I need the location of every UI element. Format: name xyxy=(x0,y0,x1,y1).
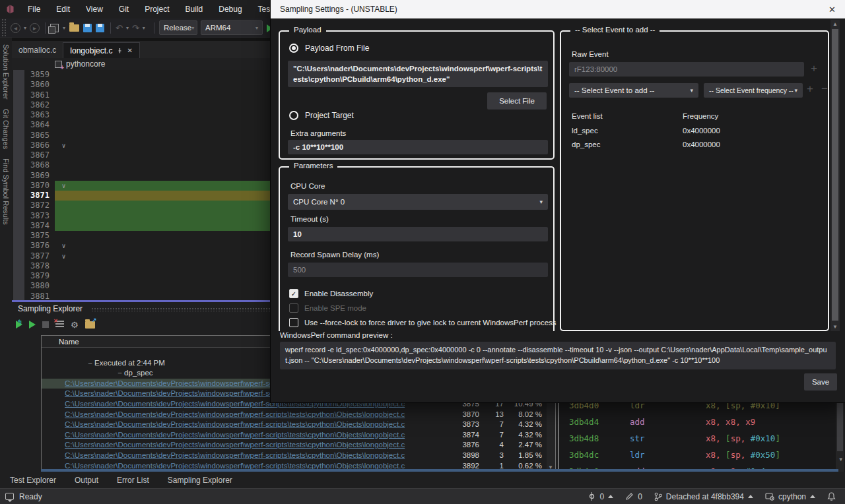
navigate-back-dropdown-icon[interactable]: ▾ xyxy=(24,25,26,31)
line-number[interactable]: 3866 xyxy=(12,141,55,150)
fold-chevron-icon[interactable] xyxy=(55,281,73,291)
clear-list-icon[interactable] xyxy=(55,321,64,329)
menu-item[interactable]: Build xyxy=(178,0,211,18)
bottom-panel-tab[interactable]: Sampling Explorer xyxy=(168,476,232,485)
line-number[interactable]: 3872 xyxy=(12,201,55,210)
open-folder-icon[interactable] xyxy=(69,24,79,32)
timeout-input[interactable]: 10 xyxy=(288,227,548,241)
cpu-core-dropdown[interactable]: CPU Core N° 0▾ xyxy=(288,194,548,210)
new-project-dropdown-icon[interactable]: ▾ xyxy=(63,25,65,31)
sample-row[interactable]: C:\Users\nader\Documents\devProjects\win… xyxy=(42,440,555,451)
redo-dropdown-icon[interactable]: ▾ xyxy=(143,25,145,31)
bottom-panel-tab[interactable]: Error List xyxy=(117,476,149,485)
scroll-up-icon[interactable]: ▲ xyxy=(832,21,838,27)
raw-event-input[interactable]: rF123:80000 xyxy=(569,62,804,77)
fold-chevron-icon[interactable] xyxy=(55,160,73,170)
code-editor[interactable]: 3859 }); 3860 xyxy=(12,70,272,300)
fold-chevron-icon[interactable] xyxy=(55,231,73,241)
enable-disassembly-checkbox[interactable]: ✓ Enable Disassembly xyxy=(289,289,373,298)
platform-dropdown[interactable]: ARM64▾ xyxy=(201,20,263,35)
line-number[interactable]: 3874 xyxy=(12,221,55,231)
event-frequency-dropdown[interactable]: -- Select Event frequency --▾ xyxy=(704,83,803,98)
record-and-open-icon[interactable] xyxy=(16,321,22,329)
status-edits-counter[interactable]: 0 xyxy=(625,492,642,501)
radio-unselected-icon[interactable] xyxy=(289,111,298,120)
remove-event-icon[interactable]: − xyxy=(821,82,828,96)
spawn-delay-input[interactable]: 500 xyxy=(288,263,548,277)
document-tab[interactable]: obmalloc.c ✕ xyxy=(12,42,63,58)
disassembly-row[interactable]: 3db4dc ldr x8, [sp, #0x50] xyxy=(569,449,780,462)
undo-icon[interactable]: ↶ xyxy=(116,23,123,33)
record-icon[interactable] xyxy=(29,321,36,329)
new-project-icon[interactable] xyxy=(50,24,59,32)
toolbar-drag-handle[interactable] xyxy=(1,18,7,38)
feedback-icon[interactable] xyxy=(5,493,14,500)
fold-chevron-icon[interactable] xyxy=(55,90,73,100)
sample-row[interactable]: C:\Users\nader\Documents\devProjects\win… xyxy=(42,420,555,430)
scrollbar-thumb[interactable] xyxy=(832,29,838,321)
navigate-forward-icon[interactable]: ▸ xyxy=(30,23,40,33)
line-number[interactable]: 3876 xyxy=(12,241,55,251)
fold-chevron-icon[interactable] xyxy=(55,100,73,110)
dialog-title-bar[interactable]: Sampling Settings - (UNSTABLE) ✕ xyxy=(271,0,845,18)
side-tab[interactable]: Solution Explorer xyxy=(2,44,10,100)
add-raw-event-icon[interactable]: + xyxy=(811,62,817,75)
menu-item[interactable]: File xyxy=(20,0,48,18)
status-marks-counter[interactable]: 0 xyxy=(588,492,613,501)
fold-chevron-icon[interactable]: ∨ xyxy=(55,181,73,191)
line-number[interactable]: 3880 xyxy=(12,281,55,291)
status-branch[interactable]: Detached at 4f8bb394 xyxy=(654,492,753,501)
radio-selected-icon[interactable] xyxy=(289,44,298,53)
fold-chevron-icon[interactable] xyxy=(55,211,73,221)
project-target-radio[interactable]: Project Target xyxy=(289,111,354,120)
line-number[interactable]: 3868 xyxy=(12,160,55,170)
sample-row[interactable]: C:\Users\nader\Documents\devProjects\win… xyxy=(42,410,555,420)
fold-chevron-icon[interactable] xyxy=(55,150,73,160)
add-event-icon[interactable]: + xyxy=(807,82,813,96)
event-select-dropdown[interactable]: -- Select Event to add --▾ xyxy=(569,83,698,98)
save-button[interactable]: Save xyxy=(804,373,837,391)
dialog-scrollbar[interactable]: ▲ ▼ xyxy=(830,20,840,331)
disassembly-row[interactable]: 3db4d8 str x8, [sp, #0x10] xyxy=(569,432,780,445)
line-number[interactable]: 3875 xyxy=(12,231,55,241)
breadcrumb-project[interactable]: pythoncore xyxy=(66,59,105,69)
fold-chevron-icon[interactable] xyxy=(55,191,73,201)
fold-chevron-icon[interactable] xyxy=(55,201,73,210)
select-file-button[interactable]: Select File xyxy=(487,92,547,110)
event-row[interactable]: dp_spec 0x4000000 xyxy=(561,141,828,154)
close-dialog-icon[interactable]: ✕ xyxy=(828,5,836,15)
bottom-panel-tab[interactable]: Output xyxy=(75,476,98,485)
configuration-dropdown[interactable]: Release▾ xyxy=(159,20,197,35)
fold-chevron-icon[interactable] xyxy=(55,70,73,80)
navigate-back-icon[interactable]: ◂ xyxy=(11,23,20,33)
checkbox-icon[interactable] xyxy=(289,318,298,327)
document-tab[interactable]: longobject.c ✕ xyxy=(63,42,139,58)
pin-icon[interactable] xyxy=(117,47,123,54)
menu-item[interactable]: Edit xyxy=(48,0,78,18)
line-number[interactable]: 3865 xyxy=(12,131,55,141)
save-icon[interactable] xyxy=(83,24,92,32)
fold-chevron-icon[interactable] xyxy=(55,110,73,120)
source-file-link[interactable]: C:\Users\nader\Documents\devProjects\win… xyxy=(65,430,408,441)
sample-row[interactable]: C:\Users\nader\Documents\devProjects\win… xyxy=(42,451,555,461)
bottom-panel-tab[interactable]: Test Explorer xyxy=(10,476,56,485)
line-number[interactable]: 3873 xyxy=(12,211,55,221)
save-all-icon[interactable] xyxy=(96,24,104,32)
fold-chevron-icon[interactable] xyxy=(55,221,73,231)
menu-item[interactable]: Project xyxy=(137,0,177,18)
source-file-link[interactable]: C:\Users\nader\Documents\devProjects\win… xyxy=(65,440,408,451)
event-row[interactable]: ld_spec 0x4000000 xyxy=(561,127,828,141)
extra-arguments-input[interactable]: -c 10**10**100 xyxy=(288,140,548,154)
fold-chevron-icon[interactable]: ∨ xyxy=(55,251,73,261)
menu-item[interactable]: Git xyxy=(111,0,137,18)
open-results-folder-icon[interactable]: ↗ xyxy=(85,321,95,329)
line-number[interactable]: 3867 xyxy=(12,150,55,160)
side-tab[interactable]: Git Changes xyxy=(2,109,10,149)
scroll-down-icon[interactable]: ▼ xyxy=(839,457,842,462)
menu-item[interactable]: View xyxy=(78,0,111,18)
line-number[interactable]: 3881 xyxy=(12,292,55,301)
fold-chevron-icon[interactable]: ∨ xyxy=(55,241,73,251)
scroll-down-icon[interactable]: ▼ xyxy=(832,324,838,330)
fold-chevron-icon[interactable] xyxy=(55,292,73,301)
fold-chevron-icon[interactable] xyxy=(55,120,73,130)
